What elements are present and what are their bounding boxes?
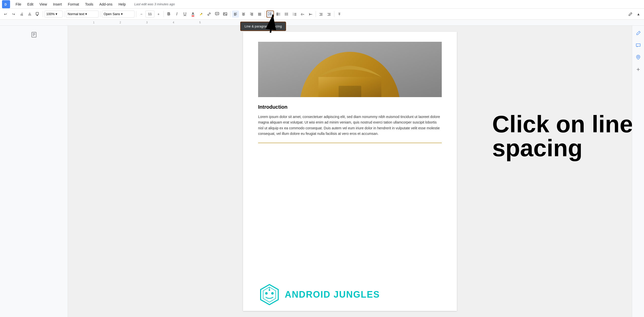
font-size-group: − + (138, 11, 162, 18)
menu-help[interactable]: Help (116, 1, 128, 7)
intro-heading: Introduction (258, 104, 442, 110)
align-left-button[interactable] (232, 11, 239, 18)
zoom-select[interactable]: 100% ▾ (45, 11, 63, 18)
brand-icon (258, 283, 281, 306)
separator-1 (43, 11, 43, 17)
italic-button[interactable]: I (173, 11, 180, 18)
svg-point-32 (285, 13, 286, 13)
numbered-list-button[interactable]: 1.2.3. (291, 11, 298, 18)
text-color-button[interactable]: A (189, 11, 196, 18)
svg-point-62 (265, 292, 268, 295)
spellcheck-button[interactable] (26, 11, 33, 18)
svg-rect-28 (277, 13, 278, 14)
menu-bar: D File Edit View Insert Format Tools Add… (0, 0, 644, 9)
svg-point-63 (271, 292, 274, 295)
paint-format-button[interactable] (34, 11, 41, 18)
align-center-button[interactable] (240, 11, 247, 18)
checklist-button[interactable] (275, 11, 282, 18)
font-select[interactable]: Open Sans ▾ (102, 11, 135, 18)
right-sidebar (632, 26, 644, 317)
zoom-value: 100% (46, 12, 55, 16)
comment-right-icon[interactable] (634, 41, 643, 50)
menu-view[interactable]: View (37, 1, 50, 7)
document-page: Introduction Lorem ipsum dolor sit amet,… (243, 32, 457, 311)
underline-button[interactable]: U (181, 11, 188, 18)
svg-point-34 (285, 14, 286, 14)
overlay-line2: spacing (492, 136, 632, 160)
menu-format[interactable]: Format (65, 1, 82, 7)
separator-3 (100, 11, 100, 17)
app-logo: D (2, 0, 10, 8)
divider-line (258, 143, 442, 143)
indent-more-button[interactable] (307, 11, 314, 18)
link-button[interactable] (206, 11, 213, 18)
line-spacing-button[interactable] (266, 11, 274, 18)
main-layout: Introduction Lorem ipsum dolor sit amet,… (0, 26, 644, 317)
svg-point-65 (269, 289, 270, 291)
svg-point-36 (285, 15, 286, 15)
separator-9 (334, 11, 334, 17)
svg-rect-59 (339, 86, 361, 97)
align-right-button[interactable] (248, 11, 255, 18)
comment-button[interactable] (214, 11, 221, 18)
svg-text:D: D (5, 3, 7, 6)
overlay-line1: Click on line (492, 112, 632, 136)
style-chevron: ▾ (85, 12, 87, 16)
style-value: Normal text (68, 12, 84, 16)
font-chevron: ▾ (121, 12, 123, 16)
image-button[interactable] (222, 11, 229, 18)
line-spacing-tooltip: Line & paragraph spacing (240, 22, 286, 31)
toolbar: ↩ ↪ 🖨 100% ▾ Normal text ▾ Open Sans ▾ −… (0, 9, 644, 20)
indent-inc-button[interactable] (326, 11, 333, 18)
separator-5 (164, 11, 164, 17)
document-outline-icon[interactable] (29, 30, 39, 40)
left-sidebar (0, 26, 68, 317)
brand-name: ANDROID JUNGLES (285, 289, 380, 300)
decrease-font-button[interactable]: − (138, 11, 145, 18)
document-image (258, 42, 442, 97)
bold-button[interactable]: B (165, 11, 172, 18)
svg-text:3.: 3. (293, 14, 294, 16)
svg-rect-52 (32, 32, 36, 37)
separator-2 (64, 11, 64, 17)
print-button[interactable]: 🖨 (18, 11, 25, 18)
highlight-button[interactable] (197, 11, 205, 18)
menu-file[interactable]: File (13, 1, 24, 7)
separator-8 (316, 11, 316, 17)
menu-tools[interactable]: Tools (83, 1, 96, 7)
ruler: 1 2 3 4 5 (0, 20, 644, 26)
undo-button[interactable]: ↩ (2, 11, 9, 18)
intro-text: Lorem ipsum dolor sit amet, consectetuer… (258, 114, 442, 137)
font-size-input[interactable] (145, 11, 154, 18)
menu-insert[interactable]: Insert (51, 1, 64, 7)
increase-font-button[interactable]: + (155, 11, 162, 18)
brand-logo: ANDROID JUNGLES (258, 283, 380, 306)
svg-rect-2 (36, 12, 38, 15)
separator-4 (136, 11, 136, 17)
indent-less-button[interactable] (299, 11, 306, 18)
document-area[interactable]: Introduction Lorem ipsum dolor sit amet,… (68, 26, 632, 317)
overlay-text: Click on line spacing (492, 112, 632, 160)
menu-edit[interactable]: Edit (25, 1, 36, 7)
svg-rect-30 (277, 14, 278, 15)
style-select[interactable]: Normal text ▾ (66, 11, 99, 18)
redo-button[interactable]: ↪ (10, 11, 17, 18)
last-edit-text: Last edit was 3 minutes ago (134, 2, 175, 6)
map-right-icon[interactable] (634, 53, 643, 62)
font-value: Open Sans (104, 12, 120, 16)
zoom-chevron: ▾ (56, 12, 57, 16)
separator-7 (265, 11, 265, 17)
bullet-list-button[interactable] (283, 11, 290, 18)
svg-point-66 (637, 56, 639, 58)
svg-rect-3 (37, 15, 38, 16)
indent-dec-button[interactable] (317, 11, 325, 18)
justify-button[interactable] (256, 11, 263, 18)
separator-6 (230, 11, 230, 17)
tooltip-text: Line & paragraph spacing (245, 24, 282, 28)
edit-right-icon[interactable] (634, 29, 643, 38)
menu-addons[interactable]: Add-ons (97, 1, 115, 7)
clear-format-button[interactable]: T (336, 11, 343, 18)
collapse-button[interactable]: ▲ (635, 11, 642, 18)
edit-pencil-button[interactable] (627, 11, 634, 18)
add-right-icon[interactable] (634, 65, 643, 74)
